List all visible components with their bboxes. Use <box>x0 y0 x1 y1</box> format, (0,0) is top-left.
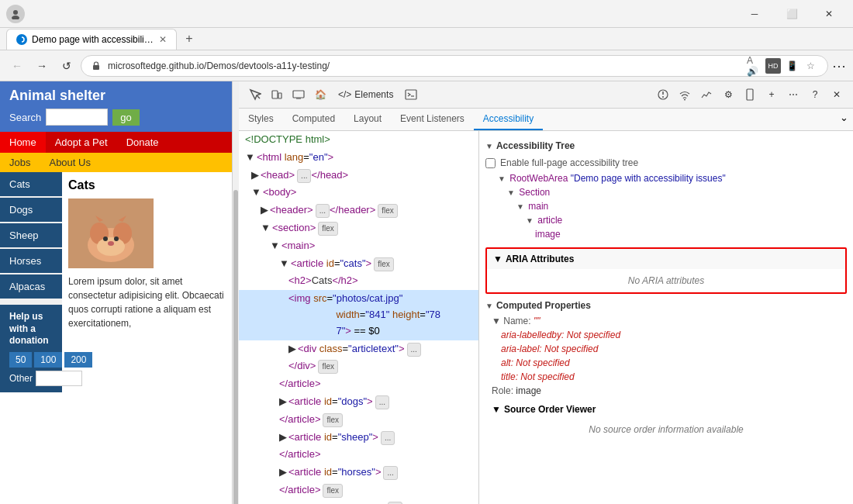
html-article-horses-close[interactable]: </article>flex <box>239 482 478 499</box>
source-order-header[interactable]: ▼ Source Order Viewer <box>485 401 847 418</box>
html-article-sheep-close[interactable]: </article> <box>239 446 478 464</box>
devtools-perf-icon[interactable] <box>696 85 717 105</box>
content-text: Lorem ipsum dolor, sit amet consectetur … <box>68 274 226 330</box>
left-scrollbar[interactable] <box>233 81 239 504</box>
back-button[interactable]: ← <box>6 55 28 77</box>
go-button[interactable]: go <box>112 109 139 126</box>
phone-icon[interactable]: 📱 <box>784 58 799 74</box>
more-options-icon[interactable]: ⋯ <box>831 58 847 74</box>
html-h2-cats[interactable]: <h2>Cats</h2> <box>239 272 478 290</box>
elements-tab[interactable]: </> Elements <box>332 86 399 103</box>
sidebar-horses[interactable]: Horses <box>0 249 62 273</box>
html-head[interactable]: ▶<head>...</head> <box>239 167 478 185</box>
devtools-add-icon[interactable]: + <box>761 85 782 105</box>
fullpage-label: Enable full-page accessibility tree <box>500 157 638 168</box>
html-article-dogs[interactable]: ▶<article id="dogs">... <box>239 393 478 411</box>
donation-title: Help us with a donation <box>9 311 53 347</box>
tab-close-icon[interactable]: ✕ <box>159 34 167 45</box>
tab-accessibility[interactable]: Accessibility <box>474 109 543 130</box>
sidebar-dogs[interactable]: Dogs <box>0 198 62 222</box>
devtools-help-icon[interactable]: ? <box>805 85 825 105</box>
devtools-more-icon[interactable]: ⋯ <box>783 85 803 105</box>
address-input[interactable]: microsoftedge.github.io/Demos/devtools-a… <box>81 55 828 77</box>
search-input[interactable] <box>46 109 108 126</box>
minimize-button[interactable]: ─ <box>737 2 772 26</box>
tree-main[interactable]: ▼ main <box>489 199 847 213</box>
tree-image[interactable]: image <box>489 227 847 241</box>
read-aloud-icon[interactable]: A🔊 <box>747 58 762 74</box>
nav-sub-jobs[interactable]: Jobs <box>0 153 40 172</box>
html-html[interactable]: ▼<html lang="en"> <box>239 149 478 167</box>
close-button[interactable]: ✕ <box>811 2 847 26</box>
html-article-dogs-close[interactable]: </article>flex <box>239 411 478 429</box>
svg-rect-13 <box>272 91 278 98</box>
html-header[interactable]: ▶<header>...</header>flex <box>239 202 478 219</box>
cat-image <box>68 198 154 268</box>
screencast-button[interactable] <box>288 85 309 105</box>
maximize-button[interactable]: ⬜ <box>774 2 810 26</box>
aria-label-key: aria-label: <box>501 343 544 354</box>
other-row: Other <box>9 371 53 386</box>
rootwebarea-label: RootWebArea <box>509 173 568 184</box>
html-article-alpacas[interactable]: ▶<article id="alpacas">... <box>239 499 478 504</box>
tab-computed[interactable]: Computed <box>283 109 344 130</box>
home-button[interactable]: 🏠 <box>310 85 330 105</box>
tab-title: Demo page with accessibility iss <box>32 34 154 45</box>
html-article-cats[interactable]: ▼<article id="cats">flex <box>239 255 478 273</box>
source-order-chevron: ▼ <box>492 404 501 415</box>
tree-section[interactable]: ▼ Section <box>489 185 847 199</box>
devtools-device-icon[interactable] <box>740 85 760 105</box>
svg-point-11 <box>108 241 114 246</box>
tab-layout[interactable]: Layout <box>344 109 391 130</box>
html-main[interactable]: ▼<main> <box>239 237 478 255</box>
computed-name-label: Name: <box>503 316 530 326</box>
source-order-section: ▼ Source Order Viewer No source order in… <box>485 401 847 441</box>
html-doctype: <!DOCTYPE html> <box>239 131 478 149</box>
reload-button[interactable]: ↺ <box>56 55 78 77</box>
new-tab-button[interactable]: + <box>178 28 200 50</box>
computed-aria-label: aria-label: Not specified <box>485 342 847 356</box>
html-section[interactable]: ▼<section>flex <box>239 219 478 237</box>
sidebar-alpacas[interactable]: Alpacas <box>0 274 62 299</box>
nav-item-donate[interactable]: Donate <box>117 132 168 153</box>
tab-styles[interactable]: Styles <box>239 109 283 130</box>
console-button[interactable] <box>401 85 421 105</box>
left-scrollbar-thumb[interactable] <box>233 190 238 504</box>
tree-rootwebarea[interactable]: ▼ RootWebArea "Demo page with accessibil… <box>489 171 847 185</box>
nav-item-home[interactable]: Home <box>0 132 46 153</box>
devtools-inspect-icon[interactable] <box>653 85 673 105</box>
accessibility-tree-header[interactable]: ▼ Accessibility Tree <box>485 137 847 154</box>
sidebar-sheep[interactable]: Sheep <box>0 223 62 247</box>
html-scroll[interactable]: <!DOCTYPE html> ▼<html lang="en"> ▶<head… <box>239 131 478 504</box>
html-article-horses[interactable]: ▶<article id="horses">... <box>239 464 478 482</box>
amount-100[interactable]: 100 <box>34 352 62 368</box>
panel-tabs-chevron[interactable]: ⌄ <box>835 109 853 130</box>
aria-header[interactable]: ▼ ARIA Attributes <box>487 249 845 269</box>
tree-article[interactable]: ▼ article <box>489 213 847 227</box>
computed-header[interactable]: ▼ Computed Properties <box>485 297 847 314</box>
amount-50[interactable]: 50 <box>9 352 32 368</box>
html-article-close[interactable]: </article> <box>239 375 478 393</box>
svg-rect-3 <box>93 65 99 70</box>
devtools-close-icon[interactable]: ✕ <box>827 85 847 105</box>
fullpage-checkbox[interactable] <box>485 158 496 168</box>
devtools-wifi-icon[interactable] <box>675 85 695 105</box>
device-emulation-button[interactable] <box>267 85 287 105</box>
profile-icon[interactable] <box>6 5 25 23</box>
nav-sub-about[interactable]: About Us <box>40 153 99 172</box>
hd-icon[interactable]: HD <box>765 58 781 74</box>
inspect-element-button[interactable] <box>245 85 265 105</box>
active-tab[interactable]: Demo page with accessibility iss ✕ <box>6 29 177 50</box>
html-div-articletext[interactable]: ▶<div class="articletext">... <box>239 340 478 358</box>
computed-name-key: ▼ <box>492 316 503 326</box>
html-div-close[interactable]: </div>flex <box>239 357 478 375</box>
html-body[interactable]: ▼<body> <box>239 184 478 202</box>
star-icon[interactable]: ☆ <box>803 58 818 74</box>
nav-item-adopt[interactable]: Adopt a Pet <box>46 132 117 153</box>
html-article-sheep[interactable]: ▶<article id="sheep">... <box>239 429 478 447</box>
html-img-cat[interactable]: <img src="photos/cat.jpg" width="841" he… <box>239 290 478 340</box>
devtools-settings-icon[interactable]: ⚙ <box>718 85 738 105</box>
forward-button[interactable]: → <box>31 55 53 77</box>
sidebar-cats[interactable]: Cats <box>0 172 62 196</box>
tab-event-listeners[interactable]: Event Listeners <box>391 109 474 130</box>
